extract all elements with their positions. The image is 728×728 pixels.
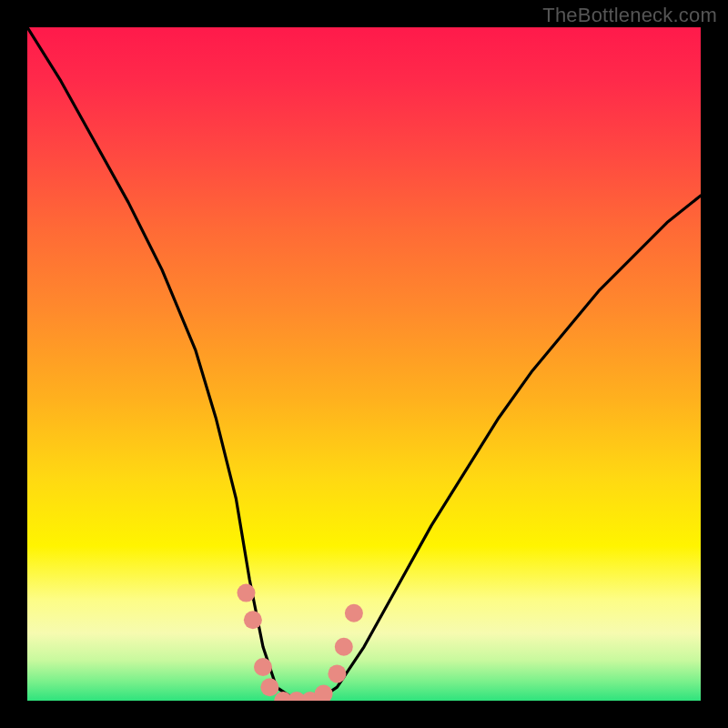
- plot-area: [27, 27, 701, 701]
- apex-marker: [328, 664, 346, 682]
- bottleneck-curve: [27, 27, 701, 701]
- apex-marker: [335, 638, 353, 656]
- curve-layer: [27, 27, 701, 701]
- apex-marker: [315, 685, 333, 701]
- chart-frame: TheBottleneck.com: [0, 0, 728, 728]
- apex-marker: [238, 584, 256, 602]
- apex-marker: [260, 678, 278, 696]
- watermark-text: TheBottleneck.com: [542, 4, 717, 27]
- apex-marker: [345, 604, 363, 622]
- apex-marker: [244, 611, 262, 629]
- apex-marker: [254, 658, 272, 676]
